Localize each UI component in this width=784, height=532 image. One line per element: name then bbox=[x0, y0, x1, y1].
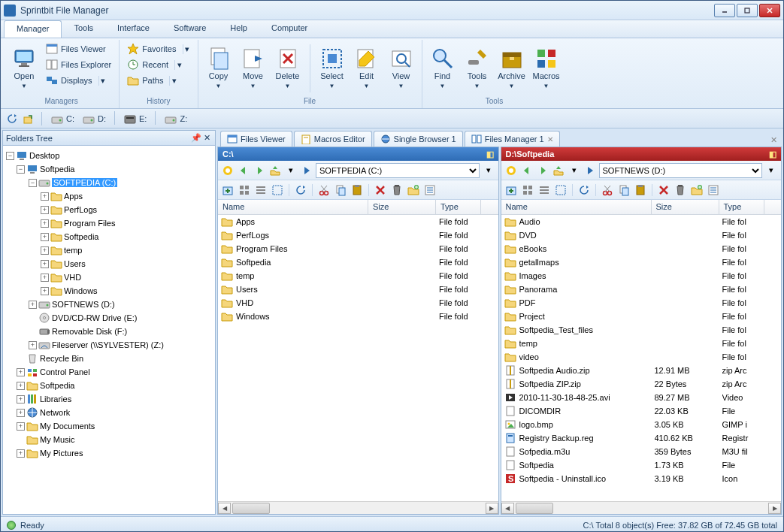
file-row[interactable]: AudioFile fol bbox=[501, 215, 782, 228]
file-row[interactable]: Softpedia Audio.zip12.91 MBzip Arc bbox=[501, 364, 782, 377]
file-row[interactable]: eBooksFile fol bbox=[501, 242, 782, 255]
horizontal-scrollbar[interactable]: ◀▶ bbox=[501, 501, 782, 514]
go-icon[interactable] bbox=[583, 164, 597, 177]
file-row[interactable]: tempFile fol bbox=[501, 337, 782, 350]
expand-icon[interactable]: + bbox=[17, 409, 25, 417]
file-row[interactable]: VHDFile fold bbox=[218, 296, 498, 310]
tree-node-network[interactable]: +Network bbox=[6, 406, 212, 419]
file-row[interactable]: tempFile fold bbox=[218, 269, 498, 283]
back-icon[interactable] bbox=[237, 164, 250, 177]
expand-icon[interactable]: + bbox=[17, 368, 25, 376]
horizontal-scrollbar[interactable]: ◀▶ bbox=[218, 501, 498, 514]
expand-icon[interactable]: + bbox=[41, 206, 49, 214]
menu-tab-help[interactable]: Help bbox=[218, 20, 259, 38]
file-row[interactable]: WindowsFile fold bbox=[218, 310, 498, 323]
tree-node-perflogs[interactable]: +PerfLogs bbox=[6, 203, 212, 216]
close-all-tabs-icon[interactable]: ✕ bbox=[766, 134, 782, 147]
copy-icon[interactable] bbox=[334, 183, 347, 197]
drive-button-z[interactable]: Z: bbox=[162, 111, 189, 126]
copy-icon[interactable] bbox=[617, 183, 631, 197]
tools-button[interactable]: Tools▼ bbox=[462, 41, 493, 95]
displays-button[interactable]: Displays▾ bbox=[43, 73, 114, 88]
close-panel-icon[interactable]: ✕ bbox=[201, 133, 212, 143]
expand-icon[interactable]: + bbox=[41, 260, 49, 268]
expand-icon[interactable]: + bbox=[41, 233, 49, 241]
pin-icon[interactable]: 📌 bbox=[191, 133, 201, 143]
expand-icon[interactable]: + bbox=[41, 287, 49, 295]
tree-node-vhd[interactable]: +VHD bbox=[6, 271, 212, 284]
home-icon[interactable] bbox=[221, 164, 235, 177]
tree-node-desktop[interactable]: −Desktop bbox=[6, 149, 212, 162]
recent-button[interactable]: Recent▾ bbox=[124, 57, 192, 72]
tree-node-libraries[interactable]: +Libraries bbox=[6, 392, 212, 406]
tree-node-my-documents[interactable]: +My Documents bbox=[6, 419, 212, 433]
file-row[interactable]: DICOMDIR22.03 KBFile bbox=[501, 404, 782, 418]
expand-icon[interactable]: + bbox=[29, 341, 37, 349]
forward-icon[interactable] bbox=[536, 164, 549, 177]
drive-button-e[interactable]: E: bbox=[121, 111, 149, 126]
close-tab-icon[interactable]: ✕ bbox=[547, 135, 553, 144]
list-icon[interactable] bbox=[537, 183, 551, 197]
find-button[interactable]: Find▼ bbox=[427, 41, 459, 95]
tree-node-removable-f[interactable]: Removable Disk (F:) bbox=[6, 325, 212, 338]
go-icon[interactable] bbox=[300, 164, 313, 177]
file-row[interactable]: UsersFile fold bbox=[218, 283, 498, 296]
minimize-button[interactable] bbox=[714, 4, 735, 17]
expand-icon[interactable]: + bbox=[29, 301, 37, 309]
file-row[interactable]: Registry Backup.reg410.62 KBRegistr bbox=[501, 431, 782, 445]
tree-node-recycle-bin[interactable]: Recycle Bin bbox=[6, 352, 212, 365]
column-header-name[interactable]: Name bbox=[501, 200, 652, 214]
tree-node-softpedia-folder[interactable]: +Softpedia bbox=[6, 379, 212, 392]
back-icon[interactable] bbox=[520, 164, 534, 177]
chevron-down-icon[interactable]: ▾ bbox=[169, 76, 177, 86]
file-row[interactable]: DVDFile fol bbox=[501, 228, 782, 242]
tree-node-fileserver[interactable]: +Fileserver (\\SYLVESTER) (Z:) bbox=[6, 338, 212, 352]
drive-select-right[interactable]: SOFTNEWS (D:) bbox=[599, 163, 763, 178]
tree-node-softnews-d[interactable]: +SOFTNEWS (D:) bbox=[6, 298, 212, 311]
view-button[interactable]: View▼ bbox=[386, 41, 417, 95]
paths-button[interactable]: Paths▾ bbox=[124, 73, 192, 88]
list-icon[interactable] bbox=[254, 183, 268, 197]
column-header-size[interactable]: Size bbox=[368, 200, 436, 214]
menu-tab-computer[interactable]: Computer bbox=[259, 20, 319, 38]
file-row[interactable]: PDFFile fol bbox=[501, 296, 782, 310]
tree-node-softpedia[interactable]: −Softpedia bbox=[6, 162, 212, 176]
favorites-button[interactable]: Favorites▾ bbox=[124, 41, 192, 56]
thumbnails-icon[interactable] bbox=[238, 183, 251, 197]
archive-button[interactable]: Archive▼ bbox=[496, 41, 528, 95]
drive-select-left[interactable]: SOFTPEDIA (C:) bbox=[316, 163, 480, 178]
properties-icon[interactable] bbox=[423, 183, 437, 197]
tree-node-softpedia-c[interactable]: −SOFTPEDIA (C:) bbox=[6, 176, 212, 189]
open-button[interactable]: Open ▼ bbox=[8, 41, 40, 95]
collapse-icon[interactable]: − bbox=[17, 165, 25, 174]
expand-icon[interactable]: + bbox=[41, 274, 49, 282]
files-viewer-button[interactable]: Files Viewer bbox=[43, 41, 114, 56]
chevron-down-icon[interactable]: ▾ bbox=[183, 44, 190, 54]
new-tab-icon[interactable] bbox=[221, 183, 235, 197]
copy-button[interactable]: Copy▼ bbox=[203, 41, 235, 95]
maximize-button[interactable] bbox=[737, 4, 758, 17]
file-row[interactable]: PerfLogsFile fold bbox=[218, 228, 498, 242]
new-tab-icon[interactable] bbox=[504, 183, 518, 197]
history-dropdown-icon[interactable]: ▾ bbox=[568, 164, 581, 177]
chevron-down-icon[interactable]: ▾ bbox=[98, 76, 106, 86]
file-row[interactable]: SSoftpedia - Uninstall.ico3.19 KBIcon bbox=[501, 472, 782, 485]
expand-icon[interactable]: + bbox=[41, 192, 49, 201]
tree-node-control-panel[interactable]: +Control Panel bbox=[6, 365, 212, 379]
trash-icon[interactable] bbox=[390, 183, 404, 197]
file-row[interactable]: Softpedia1.73 KBFile bbox=[501, 458, 782, 472]
expand-icon[interactable]: + bbox=[17, 449, 25, 458]
file-row[interactable]: Program FilesFile fold bbox=[218, 242, 498, 255]
forward-icon[interactable] bbox=[253, 164, 266, 177]
menu-tab-software[interactable]: Software bbox=[162, 20, 218, 38]
macros-button[interactable]: Macros▼ bbox=[531, 41, 562, 95]
menu-tab-manager[interactable]: Manager bbox=[4, 20, 62, 38]
expand-icon[interactable]: + bbox=[17, 422, 25, 431]
shortcut-icon[interactable] bbox=[22, 112, 35, 125]
cut-icon[interactable] bbox=[317, 183, 331, 197]
close-button[interactable] bbox=[759, 4, 780, 17]
move-button[interactable]: Move▼ bbox=[238, 41, 269, 95]
drive-button-d[interactable]: D: bbox=[80, 111, 108, 126]
refresh-icon[interactable] bbox=[577, 183, 591, 197]
file-row[interactable]: AppsFile fold bbox=[218, 215, 498, 228]
